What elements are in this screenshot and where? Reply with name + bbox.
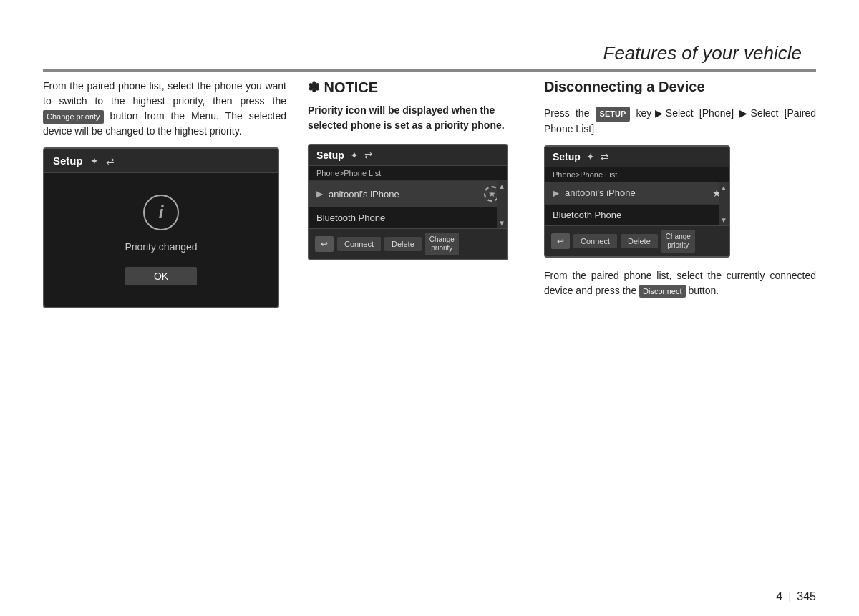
- setup-header-right: Setup ✦ ⇄: [545, 147, 729, 167]
- disconnect-badge: Disconnect: [639, 285, 685, 298]
- phone-name-1-right: anitooni's iPhone: [565, 187, 712, 198]
- usb-icon-right: ⇄: [601, 151, 609, 162]
- phone-list-area-middle: ▶ anitooni's iPhone ★ Bluetooth Phone ▲ …: [309, 181, 507, 228]
- change-priority-badge: Change priority: [43, 110, 104, 124]
- notice-header: ✽ NOTICE: [308, 79, 523, 96]
- scrollbar-right[interactable]: ▲ ▼: [719, 182, 729, 225]
- notice-title-text: NOTICE: [324, 79, 379, 95]
- disconnect-title: Disconnecting a Device: [544, 79, 816, 95]
- play-icon-middle: ▶: [316, 189, 323, 199]
- phone-name-2-right: Bluetooth Phone: [553, 210, 621, 220]
- info-icon: i: [143, 195, 179, 230]
- phone-item-1-right[interactable]: ▶ anitooni's iPhone ★: [545, 182, 729, 205]
- ok-button[interactable]: OK: [125, 267, 197, 285]
- scroll-up-middle[interactable]: ▲: [497, 181, 507, 192]
- header-title: Features of your vehicle: [603, 42, 802, 64]
- bluetooth-icon: ✦: [90, 155, 99, 167]
- left-column: From the paired phone list, select the p…: [43, 79, 286, 308]
- main-content: From the paired phone list, select the p…: [43, 79, 816, 573]
- setup-title: Setup: [53, 155, 83, 167]
- back-button-middle[interactable]: ↩: [315, 236, 334, 252]
- bluetooth-icon-middle: ✦: [350, 150, 359, 161]
- phone-list-label-middle: Phone>Phone List: [309, 166, 507, 181]
- setup-key-badge: SETUP: [596, 107, 631, 122]
- change-priority-button-right[interactable]: Change priority: [661, 230, 695, 253]
- connect-button-middle[interactable]: Connect: [337, 237, 381, 251]
- disconnect-from-text: From the paired phone list, select the c…: [544, 268, 816, 298]
- setup-body: i Priority changed OK: [44, 173, 278, 307]
- setup-footer-right: ↩ Connect Delete Change priority: [545, 225, 729, 256]
- middle-column: ✽ NOTICE Priority icon will be displayed…: [308, 79, 523, 260]
- chapter-number: 4: [776, 590, 782, 603]
- page-number: 4 | 345: [776, 590, 816, 603]
- back-button-right[interactable]: ↩: [551, 233, 570, 249]
- page-num: 345: [797, 590, 816, 603]
- notice-symbol: ✽: [308, 79, 320, 95]
- setup-screen-phonelist-middle: Setup ✦ ⇄ Phone>Phone List ▶ anitooni's …: [308, 144, 508, 260]
- delete-button-middle[interactable]: Delete: [384, 237, 422, 251]
- delete-button-right[interactable]: Delete: [621, 234, 658, 248]
- change-priority-button-middle[interactable]: Change priority: [425, 233, 459, 255]
- setup-header-middle: Setup ✦ ⇄: [309, 145, 507, 166]
- setup-screen-phonelist-right: Setup ✦ ⇄ Phone>Phone List ▶ anitooni's …: [544, 145, 730, 258]
- phone-item-2-middle[interactable]: Bluetooth Phone: [309, 207, 507, 228]
- setup-title-right: Setup: [553, 151, 581, 162]
- priority-changed-text: Priority changed: [125, 241, 197, 253]
- phone-name-2-middle: Bluetooth Phone: [316, 212, 385, 223]
- phone-name-1-middle: anitooni's iPhone: [329, 189, 484, 200]
- left-paragraph1: From the paired phone list, select the p…: [43, 79, 286, 139]
- scrollbar-middle[interactable]: ▲ ▼: [497, 181, 507, 228]
- header-line: [43, 69, 816, 72]
- usb-icon: ⇄: [106, 155, 115, 167]
- scroll-up-right[interactable]: ▲: [719, 182, 729, 193]
- phone-item-1-middle[interactable]: ▶ anitooni's iPhone ★: [309, 181, 507, 207]
- phone-item-2-right[interactable]: Bluetooth Phone: [545, 205, 729, 225]
- play-icon-right: ▶: [553, 188, 559, 198]
- bluetooth-icon-right: ✦: [586, 151, 595, 162]
- phone-list-area-right: ▶ anitooni's iPhone ★ Bluetooth Phone ▲ …: [545, 182, 729, 225]
- page-footer: 4 | 345: [0, 577, 859, 616]
- setup-footer-middle: ↩ Connect Delete Change priority: [309, 228, 507, 259]
- setup-screen-header: Setup ✦ ⇄: [44, 149, 278, 173]
- right-column: Disconnecting a Device Press the SETUP k…: [544, 79, 816, 307]
- scroll-down-right[interactable]: ▼: [719, 215, 729, 225]
- connect-button-right[interactable]: Connect: [573, 234, 617, 248]
- page-header: Features of your vehicle: [0, 0, 859, 72]
- setup-title-middle: Setup: [316, 150, 344, 161]
- scroll-down-middle[interactable]: ▼: [497, 217, 507, 228]
- phone-list-label-right: Phone>Phone List: [545, 167, 729, 182]
- page-separator: |: [788, 590, 791, 603]
- usb-icon-middle: ⇄: [364, 150, 373, 161]
- disconnect-press-text: Press the SETUP key▶Select [Phone] ▶Sele…: [544, 106, 816, 137]
- setup-screen-priority: Setup ✦ ⇄ i Priority changed OK: [43, 147, 279, 308]
- notice-text: Priority icon will be displayed when the…: [308, 103, 523, 133]
